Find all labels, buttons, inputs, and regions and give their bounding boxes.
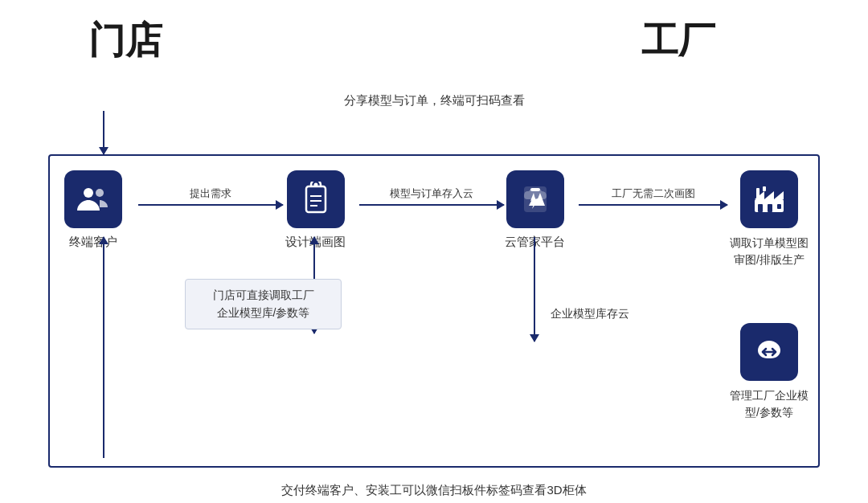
arrow-2: 模型与订单存入云: [359, 186, 504, 206]
cloud-down-arrow: [534, 237, 535, 341]
cloud-icon-box: [506, 170, 564, 228]
svg-rect-2: [306, 186, 326, 212]
node-customer: 终端客户: [64, 170, 122, 250]
customer-icon-box: [64, 170, 122, 228]
arrow2-label: 模型与订单存入云: [390, 186, 473, 201]
arrow1-line: [138, 204, 283, 206]
left-down-arrow: [103, 111, 104, 154]
svg-rect-13: [758, 204, 763, 212]
bottom-text: 交付终端客户、安装工可以微信扫板件标签码查看3D柜体: [281, 483, 586, 497]
factory-label: 调取订单模型图审图/排版生产: [730, 235, 809, 268]
svg-marker-12: [774, 191, 784, 199]
bottom-text-area: 交付终端客户、安装工可以微信扫板件标签码查看3D柜体: [48, 483, 820, 498]
left-side-up-arrow: [103, 237, 104, 458]
manage-label: 管理工厂企业模型/参数等: [730, 387, 809, 421]
svg-rect-15: [777, 204, 781, 209]
customer-label: 终端客户: [69, 235, 117, 250]
main-container: 门店 工厂 分享模型与订单，终端可扫码查看 终端客户: [0, 0, 868, 503]
diagram-area: 分享模型与订单，终端可扫码查看 终端客户 提出需求: [48, 82, 820, 500]
svg-point-1: [96, 189, 104, 197]
arrow2-line: [359, 204, 504, 206]
heading-mende: 门店: [88, 16, 162, 66]
svg-rect-14: [768, 204, 772, 212]
share-text: 分享模型与订单，终端可扫码查看: [344, 93, 525, 108]
cloud-storage-label: 企业模型库存云: [551, 307, 629, 320]
arrow3-line: [579, 204, 727, 206]
cloud-right-label: 企业模型库存云: [551, 307, 629, 321]
design-icon-box: [287, 170, 345, 228]
heading-gongchang: 工厂: [641, 16, 715, 66]
share-bar: 分享模型与订单，终端可扫码查看: [344, 93, 525, 113]
svg-rect-17: [763, 186, 766, 191]
factory-icon-box: [740, 170, 798, 228]
arrow-3: 工厂无需二次画图: [579, 186, 727, 206]
manage-icon-box: [740, 323, 798, 381]
svg-point-3: [313, 183, 317, 187]
arrow-1: 提出需求: [138, 186, 283, 206]
arrow1-label: 提出需求: [190, 186, 231, 201]
arrow3-label: 工厂无需二次画图: [612, 186, 695, 201]
node-factory: 调取订单模型图审图/排版生产: [730, 170, 809, 268]
svg-marker-11: [764, 191, 774, 199]
left-center-box: 门店可直接调取工厂企业模型库/参数等: [185, 279, 342, 329]
node-manage: 管理工厂企业模型/参数等: [730, 323, 809, 421]
left-center-text: 门店可直接调取工厂企业模型库/参数等: [213, 288, 314, 319]
svg-point-0: [84, 188, 93, 198]
svg-rect-16: [756, 188, 760, 199]
